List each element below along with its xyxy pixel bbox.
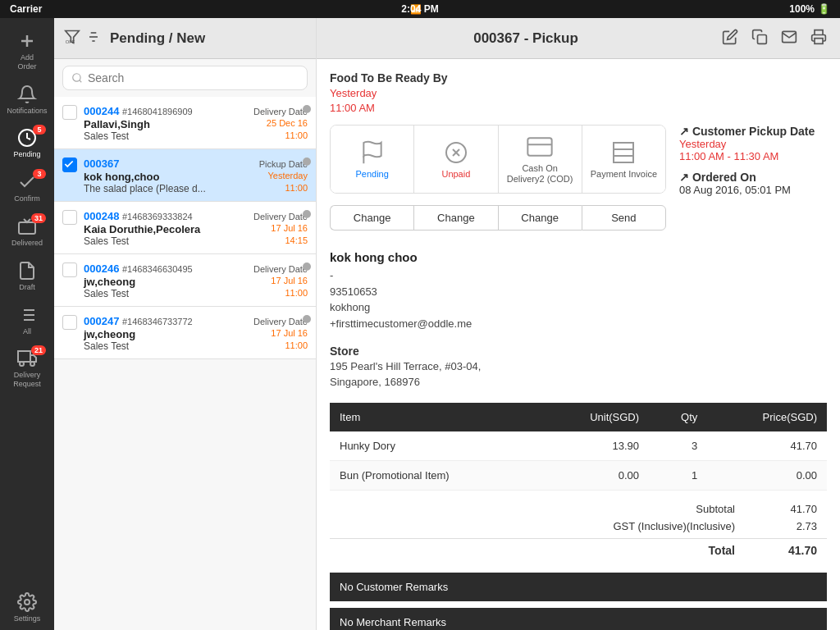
svg-point-20 xyxy=(73,74,80,81)
order-item-000246[interactable]: 000246 #1468346630495 Delivery Date jw,c… xyxy=(54,254,316,307)
orders-list: 000244 #1468041896909 Delivery Date Pall… xyxy=(54,97,316,630)
totals-section: Subtotal 41.70 GST (Inclusive)(Inclusive… xyxy=(330,500,827,559)
search-bar[interactable] xyxy=(62,66,308,90)
unpaid-action-icon[interactable]: Unpaid xyxy=(414,126,498,193)
subtotal-label: Subtotal xyxy=(696,503,735,515)
customer-name: kok hong choo xyxy=(330,250,827,264)
time-label: 2:04 PM xyxy=(401,3,438,15)
sidebar-item-draft[interactable]: Draft xyxy=(0,254,54,299)
sidebar-item-delivery-request[interactable]: 21 DeliveryRequest xyxy=(0,342,54,395)
sidebar-item-all[interactable]: All xyxy=(0,299,54,343)
all-label: All xyxy=(23,327,31,336)
order-name: jw,cheong xyxy=(84,276,135,288)
order-checkbox[interactable] xyxy=(62,262,77,277)
detail-title: 000367 - Pickup xyxy=(473,30,578,47)
gst-value: 2.73 xyxy=(768,520,817,532)
ordered-on-label: ↗ Ordered On xyxy=(679,171,827,184)
change-btn-3[interactable]: Change xyxy=(498,205,582,231)
email-button[interactable] xyxy=(781,29,797,48)
order-hash: #1468041896909 xyxy=(122,107,193,116)
order-store: Sales Test xyxy=(84,130,129,142)
pickup-date-label: ↗ Customer Pickup Date xyxy=(679,125,827,138)
order-store: Sales Test xyxy=(84,235,129,247)
svg-point-14 xyxy=(25,600,30,605)
panel-title: Pending / New xyxy=(110,30,205,47)
cod-action-icon[interactable]: Cash OnDelivery2 (COD) xyxy=(499,126,582,193)
order-type: Delivery Date xyxy=(253,212,308,221)
order-item-000367[interactable]: 000367 Pickup Date kok hong,choo Yesterd… xyxy=(54,149,316,202)
sidebar: AddOrder Notifications 5 Pending 3 Confi… xyxy=(0,18,54,630)
food-ready-time: 11:00 AM xyxy=(330,102,375,114)
order-checkbox[interactable] xyxy=(62,210,77,225)
delivered-label: Delivered xyxy=(11,239,43,248)
copy-button[interactable] xyxy=(751,29,768,48)
sidebar-item-settings[interactable]: Settings xyxy=(0,586,54,630)
battery-label: 100% xyxy=(789,3,815,15)
store-address: 195 Pearl's Hill Terrace, #03-04,Singapo… xyxy=(330,359,827,389)
order-dot xyxy=(303,158,311,166)
order-item-000248[interactable]: 000248 #1468369333824 Delivery Date Kaia… xyxy=(54,202,316,254)
sort-icon[interactable] xyxy=(85,29,102,48)
sidebar-item-notifications[interactable]: Notifications xyxy=(0,78,54,122)
pending-action-icon[interactable]: Pending xyxy=(331,126,414,193)
print-button[interactable] xyxy=(810,29,827,48)
order-date: 17 Jul 16 xyxy=(271,223,308,235)
table-row: Hunky Dory 13.90 3 41.70 xyxy=(330,431,827,461)
filter-icon[interactable]: OFF xyxy=(64,29,80,48)
payment-invoice-action-icon[interactable]: Payment Invoice xyxy=(582,126,665,193)
customer-section: kok hong choo - 93510653 kokhong +firstt… xyxy=(330,250,827,331)
notifications-label: Notifications xyxy=(7,107,47,116)
svg-marker-11 xyxy=(30,355,36,362)
search-input[interactable] xyxy=(88,71,299,84)
order-dot xyxy=(303,315,311,323)
remarks-merchant-bar: No Merchant Remarks xyxy=(330,608,827,630)
delivery-request-label: DeliveryRequest xyxy=(13,371,41,389)
order-checkbox[interactable] xyxy=(62,158,77,172)
order-time: 11:00 xyxy=(285,130,308,142)
carrier-label: Carrier xyxy=(10,3,42,15)
order-item-000247[interactable]: 000247 #1468346733772 Delivery Date jw,c… xyxy=(54,307,316,359)
draft-label: Draft xyxy=(19,283,35,292)
item-unit-2: 0.00 xyxy=(538,460,649,490)
order-checkbox[interactable] xyxy=(62,105,77,120)
pending-label: Pending xyxy=(13,150,40,159)
order-checkbox[interactable] xyxy=(62,315,77,330)
remarks-customer-bar: No Customer Remarks xyxy=(330,573,827,601)
unpaid-icon-label: Unpaid xyxy=(441,169,470,180)
send-btn[interactable]: Send xyxy=(582,205,666,231)
delivery-badge: 21 xyxy=(31,345,46,355)
order-dot xyxy=(303,210,311,218)
order-date: 17 Jul 16 xyxy=(271,276,308,288)
order-date: 25 Dec 16 xyxy=(267,118,308,130)
order-date: Yesterday xyxy=(267,171,308,183)
cod-icon-label: Cash OnDelivery2 (COD) xyxy=(507,163,573,185)
food-ready-label: Food To Be Ready By xyxy=(330,71,448,84)
sidebar-item-add-order[interactable]: AddOrder xyxy=(0,25,54,78)
subtotal-row: Subtotal 41.70 xyxy=(330,500,827,518)
detail-actions xyxy=(722,29,827,48)
change-btn-1[interactable]: Change xyxy=(330,205,413,231)
gst-row: GST (Inclusive)(Inclusive) 2.73 xyxy=(330,518,827,535)
customer-dash: - xyxy=(330,267,827,284)
order-list-panel: OFF Pending / New xyxy=(54,18,317,630)
ordered-on-date: 08 Aug 2016, 05:01 PM xyxy=(679,184,827,196)
svg-point-13 xyxy=(30,362,34,366)
col-qty: Qty xyxy=(649,403,707,431)
sidebar-item-delivered[interactable]: 31 Delivered xyxy=(0,210,54,254)
sidebar-item-confirm[interactable]: 3 Confirm xyxy=(0,166,54,210)
item-price-2: 0.00 xyxy=(707,460,827,490)
sidebar-item-pending[interactable]: 5 Pending xyxy=(0,121,54,166)
remarks-merchant-section: No Merchant Remarks xyxy=(330,608,827,630)
svg-line-21 xyxy=(80,80,82,83)
store-label: Store xyxy=(330,345,827,358)
change-btn-2[interactable]: Change xyxy=(413,205,497,231)
order-type: Pickup Date xyxy=(259,159,308,169)
total-value: 41.70 xyxy=(768,544,817,557)
order-item-000244[interactable]: 000244 #1468041896909 Delivery Date Pall… xyxy=(54,97,316,149)
pickup-time: 11:00 AM - 11:30 AM xyxy=(679,150,827,162)
total-row: Total 41.70 xyxy=(330,538,827,559)
table-row: Bun (Promotional Item) 0.00 1 0.00 xyxy=(330,460,827,490)
order-num: 000246 xyxy=(84,262,122,275)
item-price-1: 41.70 xyxy=(707,431,827,461)
edit-button[interactable] xyxy=(722,29,738,48)
